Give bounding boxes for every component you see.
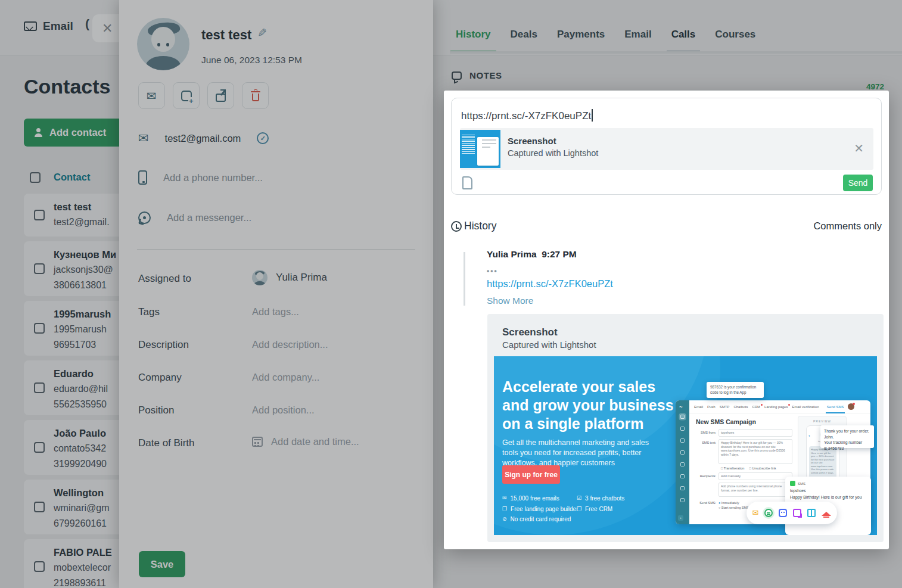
promo-features-col2: ☑3 free chatbots ❒Free CRM — [577, 493, 624, 514]
note-input[interactable]: https://prnt.sc/-X7zFK0euPZt — [461, 109, 593, 122]
notification-sender: topshoes — [790, 489, 866, 493]
notification-dot — [761, 404, 763, 406]
entry-menu-icon[interactable]: ••• — [487, 267, 498, 275]
mockup-form: SMS from: topshoes SMS text: Happy Birth… — [696, 429, 792, 512]
chatbot-icon: ☑ — [577, 493, 581, 504]
send-note-button[interactable]: Send — [843, 175, 873, 191]
attach-file-icon[interactable] — [462, 176, 472, 189]
notes-modal: https://prnt.sc/-X7zFK0euPZt Screenshot … — [444, 91, 889, 549]
knowledge-channel-icon — [807, 509, 816, 517]
entry-author: Yulia Prima — [487, 249, 537, 259]
mockup-heading: New SMS Campaign — [696, 418, 756, 425]
browser-icon: ❐ — [502, 504, 507, 515]
sidebar-icon — [680, 498, 685, 502]
envelope-icon: ✉ — [502, 493, 507, 504]
signup-button: Sign up for free — [502, 465, 560, 484]
crm-icon: ❒ — [577, 504, 581, 515]
clock-icon — [451, 221, 462, 232]
promo-heading: Accelerate your sales and grow your busi… — [502, 378, 674, 433]
promo-paragraph: Get all the multichannel marketing and s… — [502, 438, 664, 468]
sms-app-icon — [790, 481, 795, 486]
note-composer[interactable]: https://prnt.sc/-X7zFK0euPZt Screenshot … — [451, 98, 882, 195]
attachment-card-title: Screenshot — [502, 326, 558, 338]
sidebar-icon — [680, 438, 685, 443]
confirmation-code-tooltip: 987632 is your confirmation code to log … — [707, 382, 764, 398]
email-channel-icon: ✉ — [752, 509, 759, 517]
chat-channel-icon — [764, 509, 773, 517]
notification-dot — [788, 404, 791, 406]
link-preview-subtitle: Captured with Lightshot — [508, 148, 598, 158]
attachment-card-subtitle: Captured with Lightshot — [502, 340, 596, 350]
user-avatar — [848, 403, 854, 410]
text-caret — [592, 109, 593, 122]
sidebar-icon — [680, 415, 685, 419]
mockup-navbar: Email Push SMTP Chatbots CRM Landing pag… — [689, 400, 870, 413]
sidebar-icon — [680, 427, 685, 431]
remove-attachment-button[interactable]: ✕ — [854, 141, 864, 155]
back-icon: ‹ — [808, 433, 810, 438]
link-preview-title: Screenshot — [508, 136, 556, 146]
comments-only-filter[interactable]: Comments only — [813, 220, 882, 232]
sidebar-icon — [680, 462, 685, 466]
close-icon: ✕ — [854, 142, 864, 155]
send-sms-nav: Send SMS — [827, 405, 844, 409]
entry-author-time: Yulia Prima 9:27 PM — [487, 249, 577, 260]
promo-features-col1: ✉15,000 free emails ❐Free landing page b… — [502, 493, 578, 525]
mockup-sidebar: ~ › — [676, 400, 689, 524]
logo-icon: ~ — [679, 404, 682, 410]
order-tooltip: Thank you for your order, John. Your tra… — [820, 425, 874, 448]
history-heading: History — [464, 220, 496, 232]
timeline-line — [464, 252, 465, 306]
screenshot-image[interactable]: Accelerate your sales and grow your busi… — [494, 356, 877, 535]
show-more-link[interactable]: Show More — [487, 295, 533, 306]
link-preview-thumbnail — [460, 130, 500, 168]
screenshot-attachment-card: Screenshot Captured with Lightshot Accel… — [487, 314, 884, 542]
entry-time: 9:27 PM — [542, 249, 577, 259]
no-card-icon: ⊘ — [502, 514, 507, 525]
chatbot-channel-icon — [779, 509, 787, 517]
channel-icons-pill: ✉ — [747, 502, 837, 524]
sms-bubble: Happy Birthday! Here is our gift for you… — [809, 446, 836, 481]
sidebar-icon — [680, 474, 685, 478]
sidebar-icon — [680, 450, 685, 455]
sidebar-icon — [680, 486, 685, 490]
link-preview-card: Screenshot Captured with Lightshot ✕ — [460, 128, 873, 170]
education-channel-icon — [822, 512, 831, 516]
sms-channel-icon — [793, 509, 801, 517]
expand-icon: › — [678, 515, 683, 521]
entry-link[interactable]: https://prnt.sc/-X7zFK0euPZt — [487, 278, 613, 290]
